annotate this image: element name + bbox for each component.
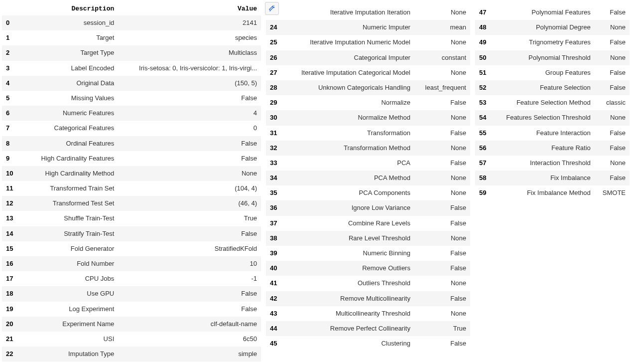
table-row: 39Numeric BinningFalse xyxy=(266,246,470,261)
table-row: 19Log ExperimentFalse xyxy=(2,302,261,317)
row-index: 59 xyxy=(475,185,490,200)
table-row: 58Fix ImbalanceFalse xyxy=(475,171,630,185)
row-value: False xyxy=(595,126,630,141)
row-index: 29 xyxy=(266,95,281,110)
row-value: -1 xyxy=(118,271,261,286)
row-value: mean xyxy=(414,20,470,35)
row-index: 25 xyxy=(266,35,281,50)
row-index: 48 xyxy=(475,20,490,35)
row-value: False xyxy=(414,126,470,141)
row-index: 33 xyxy=(266,156,281,171)
table-row: 4Original Data(150, 5) xyxy=(2,76,261,91)
row-index: 19 xyxy=(2,302,17,317)
row-index: 0 xyxy=(2,15,17,30)
row-description: PCA Components xyxy=(281,185,414,200)
row-value: False xyxy=(595,171,630,185)
row-description: Log Experiment xyxy=(17,302,118,317)
row-value: constant xyxy=(414,50,470,65)
table-row: 44Remove Perfect CollinearityTrue xyxy=(266,321,470,336)
row-value: False xyxy=(414,156,470,171)
table-row: 13Shuffle Train-TestTrue xyxy=(2,211,261,226)
row-description: Transformed Test Set xyxy=(17,196,118,211)
table-row: 37Combine Rare LevelsFalse xyxy=(266,216,470,231)
row-index: 28 xyxy=(266,80,281,95)
table-row: 47Polynomial FeaturesFalse xyxy=(475,5,630,20)
row-description: Categorical Imputer xyxy=(281,50,414,65)
row-description: Use GPU xyxy=(17,286,118,301)
row-description: Polynomial Features xyxy=(490,5,594,20)
table-row: 36Ignore Low VarianceFalse xyxy=(266,200,470,215)
index-header xyxy=(2,2,17,15)
row-description: Label Encoded xyxy=(17,61,118,76)
table-row: 2Target TypeMulticlass xyxy=(2,45,261,60)
row-index: 11 xyxy=(2,181,17,196)
row-index: 47 xyxy=(475,5,490,20)
table-row: 29NormalizeFalse xyxy=(266,95,470,110)
row-description: Outliers Threshold xyxy=(281,276,414,291)
row-value: False xyxy=(595,141,630,156)
row-value: False xyxy=(118,136,261,151)
table-row: 40Remove OutliersFalse xyxy=(266,261,470,276)
table-row: 9High Cardinality FeaturesFalse xyxy=(2,151,261,166)
row-description: High Cardinality Method xyxy=(17,166,118,181)
row-description: Fold Generator xyxy=(17,241,118,256)
row-value: StratifiedKFold xyxy=(118,241,261,256)
row-description: Categorical Features xyxy=(17,121,118,136)
table-row: 18Use GPUFalse xyxy=(2,286,261,301)
row-index: 22 xyxy=(2,347,17,362)
table-row: 28Unknown Categoricals Handlingleast_fre… xyxy=(266,80,470,95)
row-index: 56 xyxy=(475,141,490,156)
row-description: Stratify Train-Test xyxy=(17,226,118,241)
row-value: False xyxy=(595,65,630,80)
row-value: True xyxy=(118,211,261,226)
row-description: Remove Multicollinearity xyxy=(281,291,414,306)
row-value: False xyxy=(118,302,261,317)
row-description: Remove Outliers xyxy=(281,261,414,276)
row-value: 0 xyxy=(118,121,261,136)
row-value: False xyxy=(595,80,630,95)
row-value: False xyxy=(414,200,470,215)
row-index: 24 xyxy=(266,20,281,35)
row-value: Iris-setosa: 0, Iris-versicolor: 1, Iris… xyxy=(118,61,261,76)
row-index: 4 xyxy=(2,76,17,91)
row-index: 9 xyxy=(2,151,17,166)
row-value: False xyxy=(414,291,470,306)
row-index: 18 xyxy=(2,286,17,301)
row-value: False xyxy=(414,336,470,351)
row-description: Target xyxy=(17,30,118,45)
row-index: 39 xyxy=(266,246,281,261)
table-row: 57Interaction ThresholdNone xyxy=(475,156,630,171)
magic-wand-button[interactable] xyxy=(265,2,279,15)
row-value: None xyxy=(414,110,470,125)
row-value: (46, 4) xyxy=(118,196,261,211)
row-description: Interaction Threshold xyxy=(490,156,594,171)
description-header: Description xyxy=(17,2,118,15)
row-index: 16 xyxy=(2,256,17,271)
row-description: Features Selection Threshold xyxy=(490,110,594,125)
row-description: Feature Selection xyxy=(490,80,594,95)
row-index: 40 xyxy=(266,261,281,276)
row-index: 34 xyxy=(266,171,281,185)
magic-wand-icon xyxy=(268,4,276,12)
row-value: False xyxy=(595,35,630,50)
setup-table-part-2: 23Iterative Imputation IterationNone24Nu… xyxy=(266,5,470,351)
row-value: False xyxy=(414,246,470,261)
table-row: 6Numeric Features4 xyxy=(2,106,261,121)
table-row: 7Categorical Features0 xyxy=(2,121,261,136)
table-row: 27Iterative Imputation Categorical Model… xyxy=(266,65,470,80)
row-description: Feature Interaction xyxy=(490,126,594,141)
table-row: 25Iterative Imputation Numeric ModelNone xyxy=(266,35,470,50)
row-index: 5 xyxy=(2,91,17,106)
row-description: Experiment Name xyxy=(17,317,118,332)
row-description: CPU Jobs xyxy=(17,271,118,286)
table-row: 22Imputation Typesimple xyxy=(2,347,261,362)
row-description: PCA xyxy=(281,156,414,171)
row-value: False xyxy=(595,5,630,20)
row-value: None xyxy=(595,110,630,125)
row-value: 10 xyxy=(118,256,261,271)
setup-table-part-3: 47Polynomial FeaturesFalse48Polynomial D… xyxy=(475,5,630,200)
row-index: 8 xyxy=(2,136,17,151)
row-description: Numeric Features xyxy=(17,106,118,121)
row-index: 41 xyxy=(266,276,281,291)
table-row: 16Fold Number10 xyxy=(2,256,261,271)
